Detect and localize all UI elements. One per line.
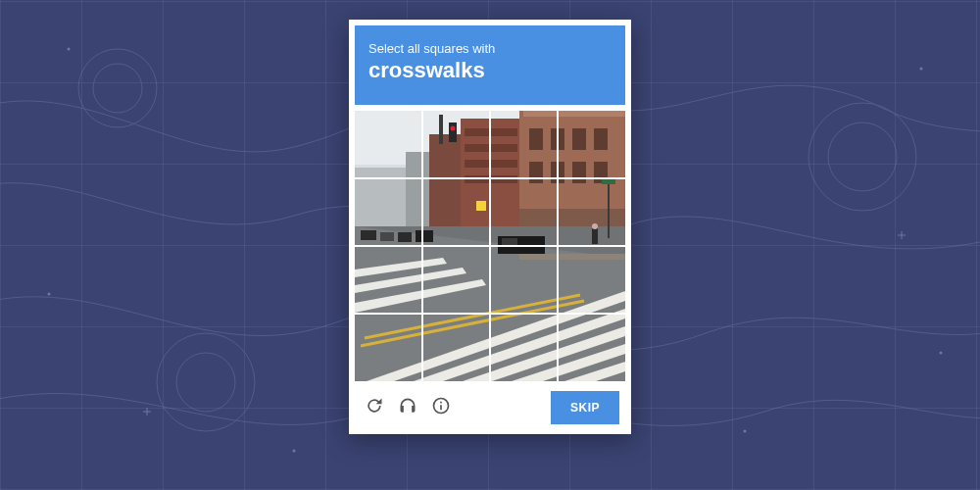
captcha-panel: Select all squares with crosswalks <box>349 20 631 434</box>
tile-1-1[interactable] <box>422 178 490 246</box>
info-icon <box>431 396 451 419</box>
tile-3-1[interactable] <box>422 314 490 381</box>
svg-point-6 <box>68 48 71 51</box>
tile-1-2[interactable] <box>490 178 558 246</box>
tile-2-2[interactable] <box>490 246 558 314</box>
tile-0-1[interactable] <box>422 111 490 178</box>
svg-point-5 <box>176 353 235 412</box>
headphones-icon <box>398 396 417 419</box>
audio-button[interactable] <box>394 394 421 421</box>
svg-point-2 <box>808 103 916 211</box>
tile-1-3[interactable] <box>558 178 625 246</box>
tile-2-1[interactable] <box>422 246 490 314</box>
tile-3-3[interactable] <box>558 314 625 381</box>
challenge-grid <box>355 111 625 381</box>
tile-1-0[interactable] <box>355 178 422 246</box>
captcha-header: Select all squares with crosswalks <box>355 25 625 105</box>
tile-3-2[interactable] <box>490 314 558 381</box>
instruction-text: Select all squares with <box>368 41 612 56</box>
footer-icons <box>361 394 455 421</box>
tile-2-3[interactable] <box>558 246 625 314</box>
svg-point-4 <box>157 333 255 431</box>
svg-point-1 <box>93 64 142 113</box>
tile-2-0[interactable] <box>355 246 422 314</box>
svg-point-10 <box>48 293 51 296</box>
target-word: crosswalks <box>368 58 612 83</box>
captcha-footer: SKIP <box>355 381 625 428</box>
skip-button[interactable]: SKIP <box>551 391 619 424</box>
refresh-button[interactable] <box>361 394 388 421</box>
tile-3-0[interactable] <box>355 314 422 381</box>
tile-0-3[interactable] <box>558 111 625 178</box>
svg-point-0 <box>78 49 157 127</box>
svg-point-3 <box>828 122 897 191</box>
tile-0-2[interactable] <box>490 111 558 178</box>
info-button[interactable] <box>427 394 455 421</box>
refresh-icon <box>365 396 384 419</box>
svg-point-8 <box>293 450 296 453</box>
tile-0-0[interactable] <box>355 111 422 178</box>
svg-point-11 <box>940 352 943 355</box>
svg-point-7 <box>920 68 923 71</box>
svg-point-9 <box>744 430 747 433</box>
